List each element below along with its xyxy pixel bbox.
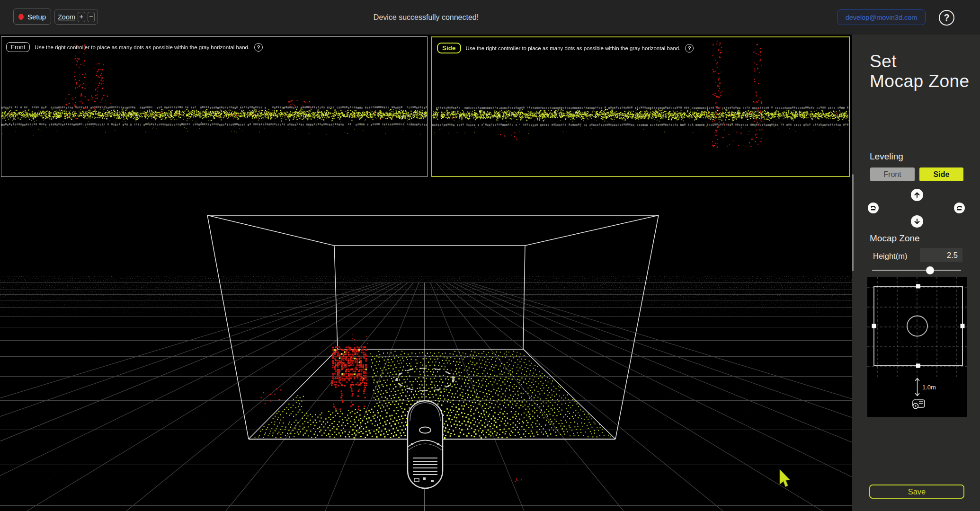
mocap-zone-sidebar: Set Mocap Zone Leveling Front Side xyxy=(852,35,980,511)
distance-label: 1.0m xyxy=(922,384,936,391)
mocap-zone-top-view-diagram[interactable]: 1.0m xyxy=(867,277,967,417)
height-label: Height(m) xyxy=(873,252,907,261)
zone-handle-bottom[interactable] xyxy=(916,364,920,368)
sidebar-title-line2: Mocap Zone xyxy=(870,71,970,91)
height-slider-track[interactable] xyxy=(872,270,961,271)
front-instruction-text: Use the right controller to place as man… xyxy=(35,44,249,50)
front-point-cloud-canvas xyxy=(1,37,427,176)
save-button[interactable]: Save xyxy=(869,485,964,499)
top-bar: Setup Zoom + − Device successfully conne… xyxy=(0,0,980,35)
account-email-button[interactable]: develop@movin3d.com xyxy=(837,9,926,25)
arrow-down-icon xyxy=(913,218,921,225)
device-top-icon xyxy=(913,400,925,409)
front-view-badge: Front xyxy=(6,42,30,52)
arrow-up-icon xyxy=(913,191,921,199)
leveling-side-button[interactable]: Side xyxy=(919,167,963,181)
mocap-setup-app: Setup Zoom + − Device successfully conne… xyxy=(0,0,980,511)
nudge-up-button[interactable] xyxy=(911,189,923,201)
sidebar-scrollbar[interactable] xyxy=(852,174,854,271)
nudge-down-button[interactable] xyxy=(911,215,923,228)
leveling-section-label: Leveling xyxy=(870,151,903,162)
height-value-field[interactable]: 2.5 xyxy=(920,248,962,262)
rotate-right-button[interactable] xyxy=(954,203,965,213)
rotate-left-button[interactable] xyxy=(868,203,879,213)
side-instruction-text: Use the right controller to place as man… xyxy=(466,45,681,51)
rotate-left-icon xyxy=(870,204,877,211)
side-point-cloud-canvas xyxy=(432,37,849,176)
side-view-badge: Side xyxy=(437,43,461,53)
zone-handle-left[interactable] xyxy=(872,324,876,328)
front-panel-header: Front Use the right controller to place … xyxy=(6,42,263,52)
front-help-icon[interactable]: ? xyxy=(254,43,263,52)
zone-handle-right[interactable] xyxy=(961,324,965,328)
rotate-right-icon xyxy=(956,204,963,211)
height-slider-thumb[interactable] xyxy=(926,266,934,274)
sidebar-title-line1: Set xyxy=(870,52,970,71)
mocap-zone-section-label: Mocap Zone xyxy=(870,233,920,244)
zone-handle-top[interactable] xyxy=(916,284,920,289)
connection-status-message: Device successfully connected! xyxy=(0,13,852,22)
help-icon[interactable]: ? xyxy=(939,10,954,26)
tracking-device-model xyxy=(401,396,449,511)
sidebar-title: Set Mocap Zone xyxy=(870,52,970,91)
side-help-icon[interactable]: ? xyxy=(685,44,694,53)
leveling-front-button[interactable]: Front xyxy=(870,167,915,181)
front-view-panel: Front Use the right controller to place … xyxy=(1,36,428,177)
side-panel-header: Side Use the right controller to place a… xyxy=(437,43,694,53)
side-view-panel: Side Use the right controller to place a… xyxy=(431,36,850,177)
